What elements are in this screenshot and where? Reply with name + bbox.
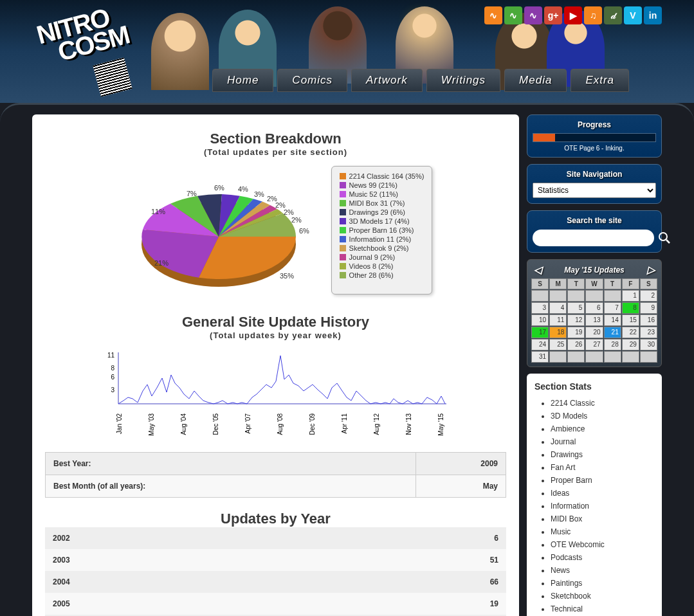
legend-label: Proper Barn 16 (3%) bbox=[349, 226, 414, 234]
calendar-day[interactable]: 6 bbox=[585, 302, 603, 314]
calendar-panel: ◁ May '15 Updates ▷ SMTWTFS1234567891011… bbox=[527, 259, 662, 367]
search-button[interactable] bbox=[658, 229, 671, 247]
calendar-dow: M bbox=[549, 278, 567, 289]
calendar-day[interactable]: 19 bbox=[567, 327, 585, 338]
social-linkedin-icon[interactable]: in bbox=[644, 6, 662, 24]
section-stat-link[interactable]: Sketchbook bbox=[551, 590, 654, 602]
calendar-day[interactable]: 27 bbox=[585, 339, 603, 350]
legend-label: Sketchbook 9 (2%) bbox=[349, 244, 409, 252]
section-stat-link[interactable]: Podcasts bbox=[551, 551, 654, 564]
updates-by-year-title: Updates by Year bbox=[45, 511, 506, 527]
calendar-day[interactable]: 5 bbox=[567, 302, 585, 314]
svg-text:Apr '11: Apr '11 bbox=[341, 413, 348, 434]
calendar-day[interactable]: 21 bbox=[604, 327, 621, 338]
svg-text:8: 8 bbox=[111, 365, 114, 372]
section-stat-link[interactable]: Fan Art bbox=[551, 461, 654, 474]
calendar-day[interactable]: 9 bbox=[640, 302, 657, 314]
calendar-day[interactable]: 26 bbox=[567, 339, 585, 350]
svg-text:21%: 21% bbox=[154, 259, 169, 267]
calendar-day[interactable]: 13 bbox=[585, 314, 603, 326]
legend-item: News 99 (21%) bbox=[340, 181, 425, 190]
section-stat-link[interactable]: Journal bbox=[551, 435, 654, 448]
table-row: 20026 bbox=[45, 527, 506, 549]
calendar-day[interactable]: 17 bbox=[531, 327, 549, 338]
legend-label: 2214 Classic 164 (35%) bbox=[349, 172, 425, 180]
calendar-day bbox=[604, 290, 621, 302]
calendar-day bbox=[531, 290, 549, 302]
svg-text:May '15: May '15 bbox=[437, 413, 444, 436]
calendar-day[interactable]: 22 bbox=[622, 327, 639, 338]
calendar-day[interactable]: 1 bbox=[622, 290, 639, 302]
main-nav: HomeComicsArtworkWritingsMediaExtra bbox=[212, 69, 629, 92]
calendar-day[interactable]: 20 bbox=[585, 327, 603, 338]
calendar-day[interactable]: 7 bbox=[604, 302, 621, 314]
calendar-day[interactable]: 30 bbox=[640, 339, 657, 350]
nav-artwork[interactable]: Artwork bbox=[351, 69, 423, 92]
svg-text:11%: 11% bbox=[151, 208, 165, 215]
calendar-day[interactable]: 12 bbox=[567, 314, 585, 326]
nav-media[interactable]: Media bbox=[504, 69, 567, 92]
section-stat-link[interactable]: OTE Webcomic bbox=[551, 538, 654, 551]
calendar-day bbox=[604, 351, 621, 363]
history-title: General Site Update History bbox=[45, 314, 506, 331]
social-deviantart-icon[interactable]: 𝒹 bbox=[604, 6, 622, 24]
section-stat-link[interactable]: 2214 Classic bbox=[551, 397, 654, 410]
social-rss-purple-icon[interactable]: ∿ bbox=[524, 6, 542, 24]
section-stat-link[interactable]: Paintings bbox=[551, 577, 654, 590]
calendar-day[interactable]: 3 bbox=[531, 302, 549, 314]
calendar-day[interactable]: 14 bbox=[604, 314, 621, 326]
section-stat-link[interactable]: Drawings bbox=[551, 448, 654, 461]
nav-writings[interactable]: Writings bbox=[426, 69, 500, 92]
section-stats-list: 2214 Classic3D ModelsAmbienceJournalDraw… bbox=[534, 397, 654, 615]
calendar-day[interactable]: 11 bbox=[549, 314, 567, 326]
section-stat-link[interactable]: Proper Barn bbox=[551, 474, 654, 487]
nav-home[interactable]: Home bbox=[212, 69, 273, 92]
social-soundcloud-icon[interactable]: ♫ bbox=[584, 6, 602, 24]
calendar-day[interactable]: 25 bbox=[549, 339, 567, 350]
site-navigation-title: Site Navigation bbox=[533, 170, 656, 179]
site-navigation-select[interactable]: Statistics bbox=[533, 183, 656, 198]
calendar-day[interactable]: 4 bbox=[549, 302, 567, 314]
social-googleplus-icon[interactable]: g+ bbox=[544, 6, 562, 24]
calendar-day bbox=[622, 351, 639, 363]
calendar-day bbox=[567, 351, 585, 363]
calendar-dow: S bbox=[531, 278, 549, 289]
section-stat-link[interactable]: Ideas bbox=[551, 487, 654, 500]
calendar-day[interactable]: 23 bbox=[640, 327, 657, 338]
social-rss-green-icon[interactable]: ∿ bbox=[504, 6, 522, 24]
calendar-next-button[interactable]: ▷ bbox=[644, 264, 657, 276]
section-stat-link[interactable]: Ambience bbox=[551, 422, 654, 435]
calendar-day[interactable]: 15 bbox=[622, 314, 639, 326]
calendar-day[interactable]: 31 bbox=[531, 351, 549, 363]
section-stat-link[interactable]: News bbox=[551, 564, 654, 577]
search-input[interactable] bbox=[533, 230, 654, 246]
legend-item: MIDI Box 31 (7%) bbox=[340, 199, 425, 208]
svg-text:4%: 4% bbox=[238, 185, 248, 193]
calendar-day[interactable]: 24 bbox=[531, 339, 549, 350]
calendar-day[interactable]: 29 bbox=[622, 339, 639, 350]
nav-extra[interactable]: Extra bbox=[571, 69, 629, 92]
social-rss-icon[interactable]: ∿ bbox=[484, 6, 502, 24]
qr-code-icon[interactable] bbox=[93, 57, 132, 96]
section-stat-link[interactable]: Technical bbox=[551, 602, 654, 615]
section-stat-link[interactable]: MIDI Box bbox=[551, 512, 654, 525]
section-stat-link[interactable]: Music bbox=[551, 525, 654, 538]
calendar-day[interactable]: 2 bbox=[640, 290, 657, 302]
calendar-day[interactable]: 18 bbox=[549, 327, 567, 338]
svg-text:Dec '05: Dec '05 bbox=[212, 413, 219, 435]
nav-comics[interactable]: Comics bbox=[277, 69, 347, 92]
site-logo[interactable]: NITRO COSM bbox=[35, 2, 131, 67]
calendar-day[interactable]: 10 bbox=[531, 314, 549, 326]
calendar-day[interactable]: 16 bbox=[640, 314, 657, 326]
social-youtube-icon[interactable]: ▶ bbox=[564, 6, 582, 24]
calendar-day[interactable]: 28 bbox=[604, 339, 621, 350]
section-stat-link[interactable]: 3D Models bbox=[551, 410, 654, 422]
character-1 bbox=[151, 13, 209, 90]
calendar-day[interactable]: 8 bbox=[622, 302, 639, 314]
pie-chart: 35% 21% 11% 7% 6% 4% 3% 2% 2% 2% 2% 6% bbox=[119, 166, 318, 294]
calendar-prev-button[interactable]: ◁ bbox=[531, 264, 544, 276]
section-stat-link[interactable]: Information bbox=[551, 500, 654, 512]
legend-item: 3D Models 17 (4%) bbox=[340, 217, 425, 226]
table-row: Best Year:2009 bbox=[46, 453, 506, 475]
social-vimeo-icon[interactable]: V bbox=[624, 6, 642, 24]
